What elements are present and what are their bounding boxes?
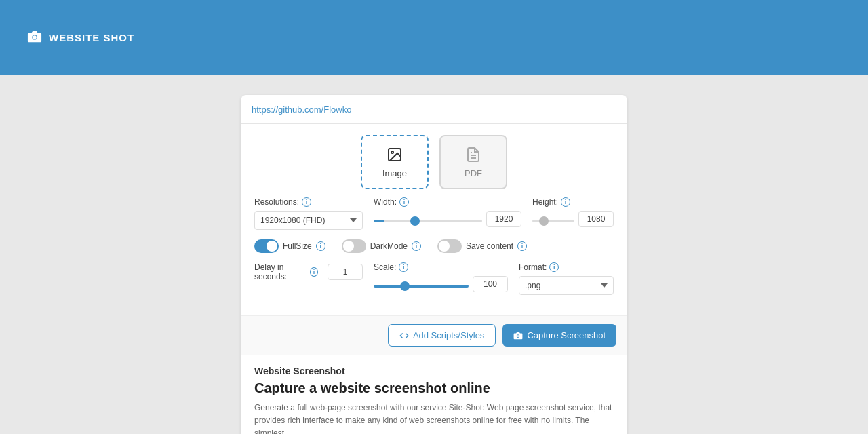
format-info-icon: i xyxy=(549,262,559,272)
delay-info-icon: i xyxy=(310,267,318,277)
darkmode-toggle-item: DarkMode i xyxy=(342,239,421,253)
main-content: Image PDF Resolutions: xyxy=(0,75,868,434)
darkmode-toggle[interactable] xyxy=(342,239,366,253)
save-content-label: Save content xyxy=(466,241,513,251)
fullsize-toggle[interactable] xyxy=(254,239,279,253)
height-slider[interactable] xyxy=(532,220,574,222)
action-bar: Add Scripts/Styles Capture Screenshot xyxy=(241,315,627,355)
width-group: Width: i xyxy=(374,197,521,227)
url-bar xyxy=(241,95,627,124)
header: WEBSITE SHOT xyxy=(0,0,868,75)
scale-input[interactable] xyxy=(473,276,508,292)
height-input[interactable] xyxy=(578,211,614,227)
capture-screenshot-button[interactable]: Capture Screenshot xyxy=(502,324,616,347)
height-control xyxy=(532,211,614,227)
width-label: Width: i xyxy=(374,197,521,207)
main-card: Image PDF Resolutions: xyxy=(241,95,627,434)
add-scripts-button[interactable]: Add Scripts/Styles xyxy=(388,324,496,347)
image-type-button[interactable]: Image xyxy=(361,135,429,189)
height-info-icon: i xyxy=(561,197,570,207)
scale-label: Scale: i xyxy=(374,262,508,272)
svg-point-7 xyxy=(517,335,519,337)
darkmode-label: DarkMode xyxy=(370,241,408,251)
app-title: WEBSITE SHOT xyxy=(49,32,134,43)
width-slider[interactable] xyxy=(374,220,482,222)
section-title: Website Screenshot xyxy=(254,366,614,376)
fullsize-info-icon: i xyxy=(316,241,326,251)
width-control xyxy=(374,211,521,227)
fullsize-toggle-item: FullSize i xyxy=(254,239,326,253)
darkmode-info-icon: i xyxy=(412,241,421,251)
save-content-toggle[interactable] xyxy=(437,239,462,253)
resolution-group: Resolutions: i 1920x1080 (FHD) 1280x720 … xyxy=(254,197,363,230)
info-section: Website Screenshot Capture a website scr… xyxy=(241,355,627,434)
save-content-info-icon: i xyxy=(517,241,527,251)
add-scripts-label: Add Scripts/Styles xyxy=(413,330,485,340)
svg-point-1 xyxy=(33,35,37,39)
type-selector: Image PDF xyxy=(241,124,627,197)
scale-info-icon: i xyxy=(399,262,408,272)
height-group: Height: i xyxy=(532,197,614,227)
image-type-label: Image xyxy=(382,168,407,178)
capture-label: Capture Screenshot xyxy=(527,330,606,340)
resolution-row: Resolutions: i 1920x1080 (FHD) 1280x720 … xyxy=(254,197,614,230)
width-info-icon: i xyxy=(399,197,409,207)
width-input[interactable] xyxy=(486,211,521,227)
camera-icon xyxy=(27,29,42,46)
format-group: Format: i .png .jpg .webp xyxy=(519,262,614,295)
delay-scale-format-row: Delay in seconds: i Scale: i xyxy=(254,262,614,295)
pdf-type-button[interactable]: PDF xyxy=(439,135,507,189)
delay-input[interactable] xyxy=(328,264,363,280)
format-select[interactable]: .png .jpg .webp xyxy=(519,276,614,295)
delay-group: Delay in seconds: i xyxy=(254,262,363,281)
scale-control xyxy=(374,276,508,292)
save-content-toggle-item: Save content i xyxy=(437,239,527,253)
height-label: Height: i xyxy=(532,197,614,207)
resolution-info-icon: i xyxy=(302,197,311,207)
description-text: Generate a full web-page screenshot with… xyxy=(254,401,614,434)
main-title: Capture a website screenshot online xyxy=(254,380,614,396)
fullsize-label: FullSize xyxy=(283,241,312,251)
settings-panel: Resolutions: i 1920x1080 (FHD) 1280x720 … xyxy=(241,197,627,315)
scale-group: Scale: i xyxy=(374,262,508,292)
url-input[interactable] xyxy=(252,104,616,115)
format-label: Format: i xyxy=(519,262,614,272)
resolution-label: Resolutions: i xyxy=(254,197,363,207)
logo: WEBSITE SHOT xyxy=(27,29,134,46)
toggle-row: FullSize i DarkMode i Save c xyxy=(254,239,614,253)
scale-slider[interactable] xyxy=(374,285,469,288)
svg-point-3 xyxy=(391,151,393,153)
pdf-type-label: PDF xyxy=(465,168,482,178)
delay-label: Delay in seconds: i xyxy=(254,262,318,281)
resolution-select[interactable]: 1920x1080 (FHD) 1280x720 (HD) 3840x2160 … xyxy=(254,211,363,230)
